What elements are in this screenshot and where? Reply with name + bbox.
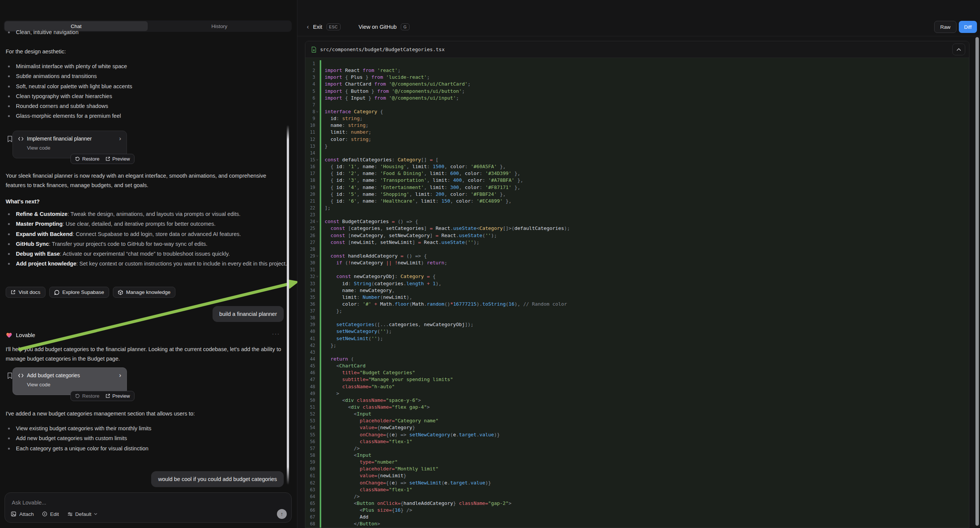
code-line: 5import { Button } from '@/components/ui… xyxy=(305,88,969,95)
assistant-paragraph: Your sleek financial planner is now read… xyxy=(6,171,287,190)
diff-toggle-button[interactable]: Diff xyxy=(959,21,977,33)
code-line: 18 { id: '3', name: 'Transportation', li… xyxy=(305,177,969,184)
fold-gutter xyxy=(315,232,320,239)
fold-chevron-icon[interactable]: ˅ xyxy=(315,108,320,115)
code-file-card: src/components/budget/BudgetCategories.t… xyxy=(305,41,969,528)
model-selector[interactable]: Default xyxy=(67,511,98,517)
code-line: 45 <ChartCard xyxy=(305,363,969,369)
chevron-up-icon xyxy=(956,48,961,51)
fold-gutter xyxy=(315,514,320,520)
code-line: 37 }; xyxy=(305,308,969,314)
visit-docs-button[interactable]: Visit docs xyxy=(6,287,45,298)
line-number: 63 xyxy=(305,486,315,493)
fold-gutter xyxy=(315,390,320,397)
code-text: { id: '3', name: 'Transportation', limit… xyxy=(321,177,523,184)
code-text: <div className="flex gap-4"> xyxy=(321,404,430,410)
restore-button[interactable]: Restore xyxy=(75,156,100,162)
fold-gutter xyxy=(315,149,320,156)
code-line: 35 limit: Number(newLimit), xyxy=(305,294,969,301)
line-number: 4 xyxy=(305,81,315,87)
restore-icon xyxy=(75,394,80,398)
list-item: Rounded corners and subtle shadows xyxy=(6,101,288,111)
fold-gutter xyxy=(315,486,320,493)
preview-button[interactable]: Preview xyxy=(105,393,130,399)
bookmark-icon[interactable] xyxy=(7,372,13,379)
assistant-sender-row: Lovable xyxy=(6,332,35,339)
preview-button[interactable]: Preview xyxy=(105,156,130,162)
external-link-icon xyxy=(105,394,110,398)
code-line: 20 { id: '5', name: 'Shopping', limit: 2… xyxy=(305,191,969,198)
fold-gutter xyxy=(315,74,320,81)
fold-gutter xyxy=(315,280,320,287)
fold-chevron-icon[interactable]: ˅ xyxy=(315,253,320,259)
raw-toggle-button[interactable]: Raw xyxy=(934,21,956,33)
bookmark-icon[interactable] xyxy=(7,135,13,142)
code-line: 56 className="flex-1" xyxy=(305,438,969,445)
chat-input[interactable]: Ask Lovable... xyxy=(12,499,46,506)
code-line: 4import ChartCard from '@/components/ui/… xyxy=(305,81,969,87)
code-text: color: '#' + Math.floor(Math.random()*16… xyxy=(321,301,567,308)
line-number: 13 xyxy=(305,143,315,149)
attach-button[interactable]: Attach xyxy=(11,511,34,517)
collapse-file-button[interactable] xyxy=(952,44,965,55)
external-link-icon xyxy=(105,156,110,161)
chat-scrollbar[interactable] xyxy=(287,125,289,485)
fold-chevron-icon[interactable]: ˅ xyxy=(315,156,320,163)
code-line: 57 /> xyxy=(305,445,969,452)
explore-supabase-button[interactable]: Explore Supabase xyxy=(49,287,109,298)
list-item: Refine & Customize: Tweak the design, an… xyxy=(6,209,288,219)
list-item: View existing budget categories with the… xyxy=(6,423,288,433)
edit-mode-button[interactable]: Edit xyxy=(42,511,59,517)
restore-preview-toolbar: Restore Preview xyxy=(70,391,134,401)
fold-gutter xyxy=(315,143,320,149)
code-line: 7 xyxy=(305,102,969,108)
fold-gutter xyxy=(315,115,320,122)
restore-icon xyxy=(75,156,80,161)
restore-button[interactable]: Restore xyxy=(75,393,100,399)
nav-bullet-list: Clean, intuitive navigation xyxy=(6,27,288,37)
external-link-icon xyxy=(11,290,16,295)
chevron-right-icon[interactable]: › xyxy=(119,136,121,141)
code-line: 66 <Plus size={16} /> xyxy=(305,507,969,514)
file-path-bar[interactable]: src/components/budget/BudgetCategories.t… xyxy=(305,41,969,58)
list-item: Glass-morphic elements for a premium fee… xyxy=(6,111,288,121)
code-line: 1 xyxy=(305,60,969,67)
file-path: src/components/budget/BudgetCategories.t… xyxy=(320,46,445,52)
fold-gutter xyxy=(315,136,320,143)
fold-gutter xyxy=(315,356,320,363)
fold-gutter xyxy=(315,246,320,253)
code-line: 33 id: String(categories.length + 1), xyxy=(305,280,969,287)
code-text xyxy=(321,60,325,67)
code-text xyxy=(321,102,325,108)
line-number: 20 xyxy=(305,191,315,198)
list-item: Minimalist interface with plenty of whit… xyxy=(6,61,288,71)
code-line: 62 onChange={(e) => setNewLimit(e.target… xyxy=(305,480,969,486)
code-text: { id: '6', name: 'Healthcare', limit: 15… xyxy=(321,198,511,205)
code-text: const defaultCategories: Category[] = [ xyxy=(321,156,439,163)
line-number: 23 xyxy=(305,212,315,218)
code-line: 32˅ const newCategoryObj: Category = { xyxy=(305,273,969,280)
fold-gutter xyxy=(315,459,320,466)
fold-gutter xyxy=(315,294,320,301)
message-menu-button[interactable]: ··· xyxy=(272,330,280,337)
manage-knowledge-button[interactable]: Manage knowledge xyxy=(113,287,175,298)
code-text: <Button onClick={handleAddCategory} clas… xyxy=(321,500,511,507)
view-code-link[interactable]: View code xyxy=(18,145,121,151)
exit-button[interactable]: Exit xyxy=(313,24,322,30)
back-chevron-icon[interactable]: ‹ xyxy=(307,24,309,30)
code-line: 12 color: string; xyxy=(305,136,969,143)
view-code-link[interactable]: View code xyxy=(18,382,121,388)
code-line: 23 xyxy=(305,212,969,218)
code-line: 44 return ( xyxy=(305,356,969,363)
fold-chevron-icon[interactable]: ˅ xyxy=(315,218,320,225)
fold-gutter xyxy=(315,383,320,390)
chevron-right-icon[interactable]: › xyxy=(119,373,121,378)
send-button[interactable]: ↑ xyxy=(277,509,287,519)
code-text: name: newCategory, xyxy=(321,287,395,294)
line-number: 59 xyxy=(305,459,315,466)
code-scrollbar[interactable] xyxy=(975,37,979,526)
code-line: 50 <div className="space-y-6"> xyxy=(305,397,969,404)
view-on-github-button[interactable]: View on GitHub xyxy=(359,24,397,30)
fold-chevron-icon[interactable]: ˅ xyxy=(315,273,320,280)
code-text: onChange={(e) => setNewLimit(e.target.va… xyxy=(321,480,491,486)
